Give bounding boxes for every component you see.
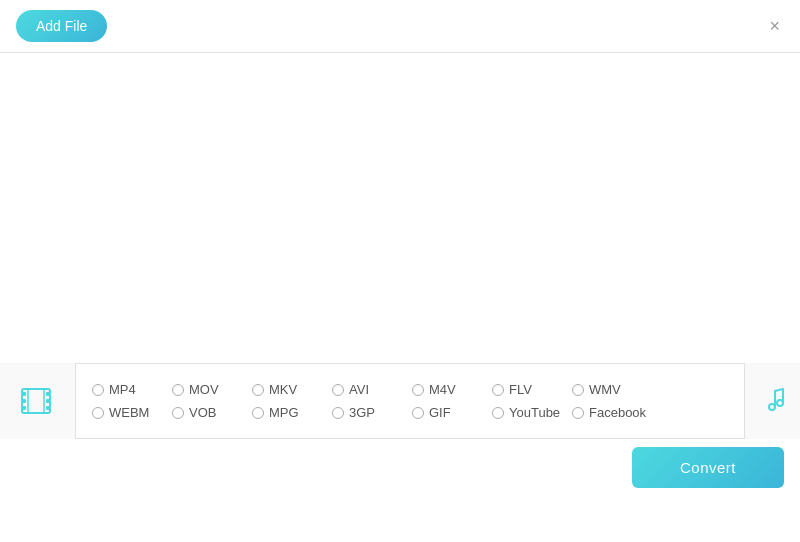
format-option-vob[interactable]: VOB [172,405,252,420]
format-option-mpg[interactable]: MPG [252,405,332,420]
footer: Convert [0,439,800,495]
format-option-youtube[interactable]: YouTube [492,405,572,420]
format-label-facebook: Facebook [589,405,646,420]
svg-point-10 [777,400,783,406]
header: Add File × [0,0,800,53]
radio-gif[interactable] [412,407,424,419]
format-label-mp4: MP4 [109,382,136,397]
format-option-mkv[interactable]: MKV [252,382,332,397]
format-option-m4v[interactable]: M4V [412,382,492,397]
format-option-wmv[interactable]: WMV [572,382,652,397]
svg-rect-3 [22,406,26,410]
radio-mpg[interactable] [252,407,264,419]
format-bar: MP4 MOV MKV AVI M4V FLV [0,363,800,439]
audio-icon [757,385,789,417]
radio-avi[interactable] [332,384,344,396]
radio-m4v[interactable] [412,384,424,396]
video-icon-box [0,363,76,439]
format-options: MP4 MOV MKV AVI M4V FLV [76,371,744,431]
format-option-mov[interactable]: MOV [172,382,252,397]
convert-button[interactable]: Convert [632,447,784,488]
format-label-flv: FLV [509,382,532,397]
format-option-facebook[interactable]: Facebook [572,405,652,420]
video-icon [18,381,58,421]
format-option-gif[interactable]: GIF [412,405,492,420]
format-label-avi: AVI [349,382,369,397]
format-label-vob: VOB [189,405,216,420]
svg-point-9 [769,404,775,410]
radio-mp4[interactable] [92,384,104,396]
radio-flv[interactable] [492,384,504,396]
svg-rect-6 [46,406,50,410]
radio-mkv[interactable] [252,384,264,396]
format-option-flv[interactable]: FLV [492,382,572,397]
format-label-m4v: M4V [429,382,456,397]
svg-rect-2 [22,399,26,403]
svg-rect-4 [46,392,50,396]
format-option-avi[interactable]: AVI [332,382,412,397]
svg-rect-1 [22,392,26,396]
add-file-button[interactable]: Add File [16,10,107,42]
format-label-webm: WEBM [109,405,149,420]
radio-webm[interactable] [92,407,104,419]
radio-facebook[interactable] [572,407,584,419]
radio-wmv[interactable] [572,384,584,396]
radio-vob[interactable] [172,407,184,419]
format-label-mpg: MPG [269,405,299,420]
svg-rect-5 [46,399,50,403]
main-content-area [0,53,800,363]
close-button[interactable]: × [765,15,784,37]
format-label-mkv: MKV [269,382,297,397]
audio-icon-box[interactable] [744,363,800,439]
format-label-mov: MOV [189,382,219,397]
format-label-3gp: 3GP [349,405,375,420]
svg-rect-0 [22,389,50,413]
format-option-3gp[interactable]: 3GP [332,405,412,420]
format-label-gif: GIF [429,405,451,420]
radio-3gp[interactable] [332,407,344,419]
format-label-youtube: YouTube [509,405,560,420]
radio-mov[interactable] [172,384,184,396]
format-option-webm[interactable]: WEBM [92,405,172,420]
format-label-wmv: WMV [589,382,621,397]
format-option-mp4[interactable]: MP4 [92,382,172,397]
radio-youtube[interactable] [492,407,504,419]
